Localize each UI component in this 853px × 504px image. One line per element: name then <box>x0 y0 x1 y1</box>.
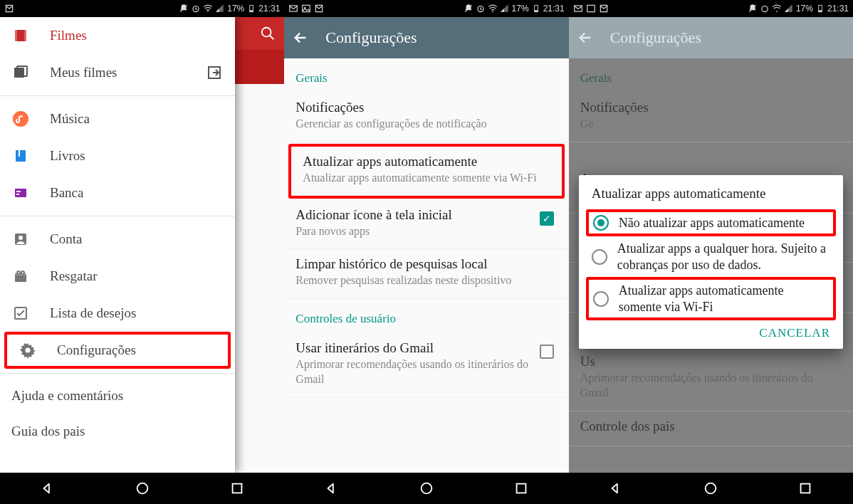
drawer-item-lista-desejos[interactable]: Lista de desejos <box>0 295 235 332</box>
book-icon <box>11 147 30 165</box>
svg-rect-41 <box>587 5 595 11</box>
alarm-icon <box>760 4 770 14</box>
gmail-icon <box>4 4 14 14</box>
radio-option-wifi-only[interactable]: Atualizar apps automaticamente somente v… <box>586 277 836 320</box>
setting-subtitle: Para novos apps <box>295 224 528 239</box>
search-icon[interactable] <box>260 26 276 41</box>
setting-auto-update[interactable]: Atualizar apps automaticamente Atualizar… <box>288 144 564 199</box>
wifi-icon <box>203 4 213 14</box>
nav-bar <box>0 473 284 504</box>
battery-icon <box>246 4 256 14</box>
svg-point-13 <box>13 111 28 127</box>
nav-drawer: Filmes Meus filmes Música Livros Banca <box>0 17 235 473</box>
drawer-label: Meus filmes <box>50 65 117 80</box>
svg-rect-29 <box>232 484 241 493</box>
svg-rect-8 <box>15 30 17 41</box>
phone-1: 17% 21:31 GÊNERO MAIS Moorht, S MAIS <box>0 0 284 504</box>
drawer-label: Lista de desejos <box>50 305 136 321</box>
nav-bar <box>569 473 853 504</box>
battery-icon <box>815 4 825 14</box>
signal-icon <box>784 4 794 14</box>
battery-percent: 17% <box>796 4 813 14</box>
nav-recent-icon[interactable] <box>229 481 245 496</box>
settings-header: Configurações <box>284 17 568 58</box>
drawer-item-configuracoes[interactable]: Configurações <box>4 332 231 369</box>
svg-rect-15 <box>19 150 20 157</box>
drawer-item-conta[interactable]: Conta <box>0 221 235 258</box>
drawer-label: Banca <box>50 185 83 201</box>
status-bar: 17% 21:31 <box>284 0 568 17</box>
nav-home-icon[interactable] <box>135 481 150 496</box>
drawer-label: Configurações <box>57 342 136 358</box>
svg-point-28 <box>137 483 147 494</box>
svg-rect-17 <box>16 191 21 192</box>
radio-icon <box>593 291 609 307</box>
redeem-icon <box>11 267 30 285</box>
drawer-item-guia-pais[interactable]: Guia dos pais <box>0 414 235 449</box>
setting-subtitle: Atualizar apps automaticamente somente v… <box>303 171 550 186</box>
drawer-item-banca[interactable]: Banca <box>0 174 235 211</box>
setting-title: Limpar histórico de pesquisas local <box>295 256 557 272</box>
signal-icon <box>215 4 225 14</box>
radio-option-no-update[interactable]: Não atualizar apps automaticamente <box>586 209 836 237</box>
battery-percent: 17% <box>512 4 529 14</box>
svg-point-47 <box>706 483 716 494</box>
status-bar: 17% 21:31 <box>0 0 284 17</box>
svg-point-44 <box>776 11 778 12</box>
nav-home-icon[interactable] <box>419 481 434 496</box>
nav-back-icon[interactable] <box>40 481 56 496</box>
svg-point-24 <box>21 271 24 274</box>
mail-icon <box>288 4 298 14</box>
exit-icon <box>205 63 224 82</box>
drawer-item-musica[interactable]: Música <box>0 100 235 137</box>
back-arrow-icon <box>577 30 593 46</box>
image-icon <box>301 4 311 14</box>
setting-add-icon[interactable]: Adicionar ícone à tela inicial Para novo… <box>284 200 568 250</box>
radio-option-anytime[interactable]: Atualizar apps a qualquer hora. Sujeito … <box>586 236 836 277</box>
nav-home-icon[interactable] <box>703 481 718 496</box>
status-bar: 17% 21:31 <box>569 0 853 17</box>
alarm-icon <box>476 4 486 14</box>
setting-gmail-itineraries[interactable]: Usar itinerários do Gmail Aprimorar reco… <box>284 333 568 398</box>
image-icon <box>586 4 596 14</box>
svg-rect-37 <box>534 10 538 11</box>
setting-title: Adicionar ícone à tela inicial <box>295 207 528 223</box>
svg-rect-4 <box>250 10 253 11</box>
gear-icon <box>19 341 37 359</box>
svg-rect-14 <box>16 150 26 162</box>
svg-point-38 <box>422 483 432 494</box>
wishlist-icon <box>11 304 30 322</box>
setting-notificacoes[interactable]: Notificações Gerenciar as configurações … <box>284 93 568 142</box>
svg-rect-46 <box>819 10 822 11</box>
setting-subtitle: Aprimorar recomendações usando os itiner… <box>295 357 528 387</box>
nav-back-icon[interactable] <box>608 481 624 496</box>
drawer-item-filmes[interactable]: Filmes <box>0 17 235 54</box>
svg-point-5 <box>262 28 271 37</box>
setting-title: Notificações <box>295 100 557 115</box>
header-title: Configurações <box>325 28 417 47</box>
phone-3: 17% 21:31 Configurações Gerais Notificaç… <box>569 0 853 504</box>
nav-back-icon[interactable] <box>324 481 340 496</box>
cancel-button[interactable]: CANCELAR <box>759 326 830 340</box>
svg-point-27 <box>26 348 31 353</box>
checkbox-gmail[interactable] <box>540 345 554 359</box>
nav-recent-icon[interactable] <box>797 481 813 496</box>
music-icon <box>11 110 30 128</box>
setting-subtitle: Remover pesquisas realizadas neste dispo… <box>295 273 557 288</box>
signal-icon <box>500 4 510 14</box>
account-icon <box>11 230 30 248</box>
section-gerais: Gerais <box>284 58 568 93</box>
back-arrow-icon[interactable] <box>293 30 308 46</box>
newsstand-icon <box>11 184 30 202</box>
drawer-item-livros[interactable]: Livros <box>0 137 235 174</box>
section-user-controls: Controles de usuário <box>284 299 568 333</box>
drawer-item-ajuda[interactable]: Ajuda e comentários <box>0 378 235 414</box>
svg-rect-39 <box>517 484 526 493</box>
drawer-label: Resgatar <box>50 268 97 284</box>
nav-recent-icon[interactable] <box>513 481 529 496</box>
checkbox-add-icon[interactable] <box>540 211 554 226</box>
drawer-item-meus-filmes[interactable]: Meus filmes <box>0 54 235 91</box>
svg-point-43 <box>762 6 768 12</box>
drawer-item-resgatar[interactable]: Resgatar <box>0 258 235 295</box>
setting-clear-history[interactable]: Limpar histórico de pesquisas local Remo… <box>284 249 568 299</box>
